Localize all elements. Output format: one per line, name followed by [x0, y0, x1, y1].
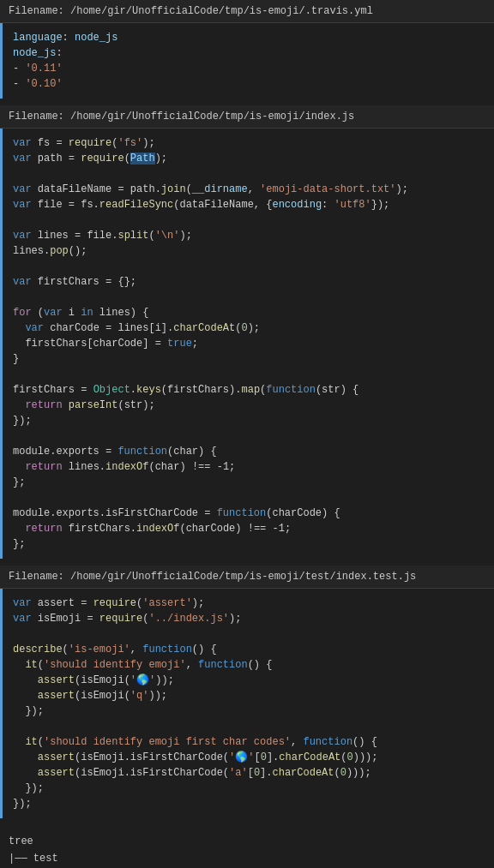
- code-line: node_js:: [3, 45, 494, 61]
- code-line: for (var i in lines) {: [3, 305, 494, 320]
- code-line: describe('is-emoji', function() {: [3, 642, 494, 657]
- code-line: var assert = require('assert');: [3, 596, 494, 611]
- code-line: assert(isEmoji.isFirstCharCode('🌎'[0].ch…: [3, 750, 494, 765]
- code-line: - '0.11': [3, 61, 494, 76]
- code-line: return lines.indexOf(char) !== -1;: [3, 459, 494, 475]
- code-block-3: var assert = require('assert'); var isEm…: [0, 589, 494, 818]
- code-block-2: var fs = require('fs'); var path = requi…: [0, 129, 494, 559]
- code-line: };: [3, 536, 494, 552]
- code-line: var dataFileName = path.join(__dirname, …: [3, 182, 494, 197]
- code-line: module.exports.isFirstCharCode = functio…: [3, 506, 494, 521]
- code-line: var fs = require('fs');: [3, 135, 494, 151]
- code-line: return firstChars.indexOf(charCode) !== …: [3, 521, 494, 536]
- code-line: firstChars[charCode] = true;: [3, 336, 494, 351]
- code-line: [3, 259, 494, 274]
- filename-bar-1: Filename: /home/gir/UnofficialCode/tmp/i…: [0, 0, 494, 23]
- code-line: [3, 213, 494, 228]
- code-block-1: language: node_js node_js: - '0.11' - '0…: [0, 23, 494, 99]
- code-line: var isEmoji = require('../index.js');: [3, 611, 494, 626]
- code-line: [3, 490, 494, 506]
- code-line: firstChars = Object.keys(firstChars).map…: [3, 382, 494, 398]
- tree-section: tree |── test | └── index.test.js |── .t…: [0, 827, 494, 868]
- code-line: [3, 166, 494, 182]
- code-line: [3, 719, 494, 734]
- code-line: var lines = file.split('\n');: [3, 228, 494, 243]
- code-line: var firstChars = {};: [3, 274, 494, 290]
- code-line: [3, 290, 494, 305]
- code-line: return parseInt(str);: [3, 398, 494, 413]
- code-line: });: [3, 413, 494, 428]
- code-line: assert(isEmoji.isFirstCharCode('a'[0].ch…: [3, 765, 494, 781]
- code-line: language: node_js: [3, 30, 494, 45]
- code-line: });: [3, 781, 494, 796]
- code-line: [3, 626, 494, 642]
- filename-text-2: Filename: /home/gir/UnofficialCode/tmp/i…: [9, 111, 354, 123]
- tree-label: tree: [9, 835, 485, 847]
- code-line: });: [3, 796, 494, 811]
- code-line: };: [3, 475, 494, 490]
- code-line: var path = require(Path);: [3, 151, 494, 166]
- code-line: [3, 367, 494, 382]
- code-line: var file = fs.readFileSync(dataFileName,…: [3, 197, 494, 213]
- filename-bar-2: Filename: /home/gir/UnofficialCode/tmp/i…: [0, 105, 494, 129]
- code-line: lines.pop();: [3, 243, 494, 259]
- code-line: }: [3, 351, 494, 367]
- code-line: [3, 428, 494, 444]
- filename-text-3: Filename: /home/gir/UnofficialCode/tmp/i…: [9, 571, 416, 583]
- tree-line: |── test: [9, 851, 485, 867]
- code-line: it('should identify emoji', function() {: [3, 657, 494, 673]
- code-line: - '0.10': [3, 76, 494, 92]
- filename-bar-3: Filename: /home/gir/UnofficialCode/tmp/i…: [0, 566, 494, 589]
- code-line: assert(isEmoji('🌎'));: [3, 673, 494, 688]
- filename-text-1: Filename: /home/gir/UnofficialCode/tmp/i…: [9, 5, 373, 17]
- code-line: module.exports = function(char) {: [3, 444, 494, 459]
- code-line: var charCode = lines[i].charCodeAt(0);: [3, 320, 494, 336]
- code-line: assert(isEmoji('q'));: [3, 688, 494, 703]
- code-line: it('should identify emoji first char cod…: [3, 734, 494, 750]
- code-line: });: [3, 703, 494, 719]
